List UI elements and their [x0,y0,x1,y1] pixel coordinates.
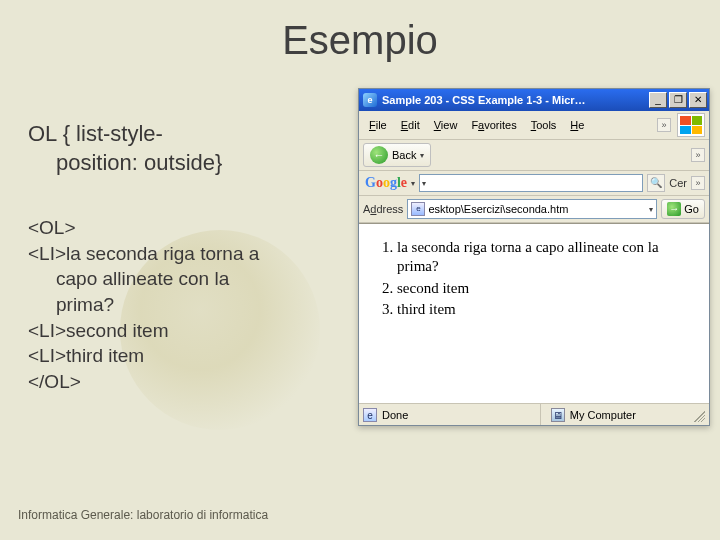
status-text: Done [382,409,408,421]
chevron-down-icon: ▾ [420,151,424,160]
css-rule-line1: OL { list-style- [28,121,163,146]
chevron-down-icon[interactable]: ▾ [411,179,415,188]
browser-window: e Sample 203 - CSS Example 1-3 - Micr… _… [358,88,710,426]
menu-edit[interactable]: Edit [395,117,426,133]
code-line: </OL> [28,369,338,395]
menu-overflow-icon[interactable]: » [657,118,671,132]
css-rule-text: OL { list-style- position: outside} [28,120,338,177]
go-arrow-icon: → [667,202,681,216]
code-line: <LI>third item [28,343,338,369]
status-bar: e Done 🖥 My Computer [359,403,709,425]
menu-favorites[interactable]: Favorites [465,117,522,133]
slide-body: OL { list-style- position: outside} <OL>… [28,120,338,395]
address-bar: Address e esktop\Esercizi\seconda.htm ▾ … [359,196,709,223]
close-button[interactable]: ✕ [689,92,707,108]
address-label: Address [363,203,403,215]
google-search-input[interactable]: ▾ [419,174,643,192]
go-label: Go [684,203,699,215]
css-rule-line2: position: outside} [28,149,338,178]
menubar: File Edit View Favorites Tools He » [359,111,709,140]
google-overflow-icon[interactable]: » [691,176,705,190]
rendered-list: la seconda riga torna a capo allineate c… [369,238,699,319]
back-label: Back [392,149,416,161]
computer-icon: 🖥 [551,408,565,422]
toolbar-overflow-icon[interactable]: » [691,148,705,162]
resize-grip-icon[interactable] [691,408,705,422]
code-line: capo allineate con la [28,266,338,292]
chevron-down-icon: ▾ [422,179,426,188]
google-toolbar: Google ▾ ▾ 🔍 Cer » [359,171,709,196]
google-cer-label[interactable]: Cer [669,177,687,189]
back-arrow-icon: ← [370,146,388,164]
chevron-down-icon[interactable]: ▾ [649,205,653,214]
code-line: prima? [28,292,338,318]
page-content: la seconda riga torna a capo allineate c… [359,223,709,403]
go-button[interactable]: → Go [661,199,705,219]
code-line: <LI>second item [28,318,338,344]
page-icon: e [363,408,377,422]
google-search-icon[interactable]: 🔍 [647,174,665,192]
slide-title: Esempio [0,0,720,63]
menu-view[interactable]: View [428,117,464,133]
nav-toolbar: ← Back ▾ » [359,140,709,171]
menu-help[interactable]: He [564,117,590,133]
address-text: esktop\Esercizi\seconda.htm [428,203,568,215]
back-button[interactable]: ← Back ▾ [363,143,431,167]
window-title: Sample 203 - CSS Example 1-3 - Micr… [382,94,649,106]
code-line: <OL> [28,215,338,241]
restore-button[interactable]: ❐ [669,92,687,108]
titlebar[interactable]: e Sample 203 - CSS Example 1-3 - Micr… _… [359,89,709,111]
menu-tools[interactable]: Tools [525,117,563,133]
minimize-button[interactable]: _ [649,92,667,108]
code-block: <OL> <LI>la seconda riga torna a capo al… [28,215,338,394]
zone-text: My Computer [570,409,636,421]
page-icon: e [411,202,425,216]
slide-footer: Informatica Generale: laboratorio di inf… [18,508,268,522]
list-item: third item [397,300,699,319]
list-item: second item [397,279,699,298]
google-logo[interactable]: Google [363,175,407,191]
ie-icon: e [363,93,377,107]
code-line: <LI>la seconda riga torna a [28,241,338,267]
windows-logo-icon [677,113,705,137]
list-item: la seconda riga torna a capo allineate c… [397,238,699,276]
address-input[interactable]: e esktop\Esercizi\seconda.htm ▾ [407,199,657,219]
menu-file[interactable]: File [363,117,393,133]
